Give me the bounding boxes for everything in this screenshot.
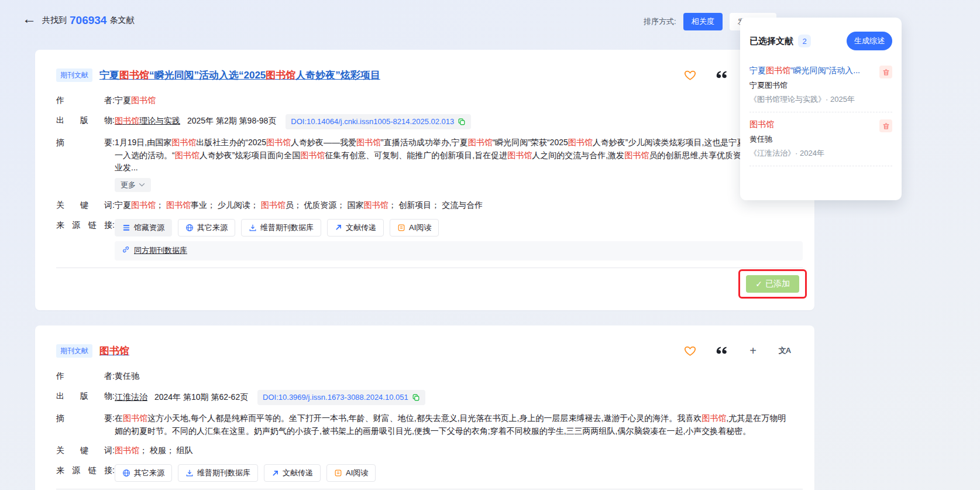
source-links: 馆藏资源 其它来源 维普期刊数据库 文献传递 xyxy=(115,219,793,237)
favorite-button[interactable] xyxy=(681,342,699,359)
selected-doc-source: 《图书馆理论与实践》· 2025年 xyxy=(749,94,875,105)
selected-doc-author: 宁夏图书馆 xyxy=(749,80,875,91)
found-prefix: 共找到 xyxy=(42,15,67,26)
download-icon xyxy=(185,469,194,477)
more-button[interactable]: 更多 xyxy=(115,178,151,192)
sources-field-label: 来源链接: xyxy=(56,464,115,477)
abstract-field-label: 摘要: xyxy=(56,136,115,149)
doc-type-badge: 期刊文献 xyxy=(56,344,92,358)
author-name[interactable]: 宁夏图书馆 xyxy=(115,95,156,105)
source-chip-delivery[interactable]: 文献传递 xyxy=(264,464,321,482)
publication-meta: 2025年 第2期 第98-98页 xyxy=(187,116,277,125)
journal-link[interactable]: 图书馆理论与实践 xyxy=(115,116,180,125)
publication-field-label: 出版物: xyxy=(56,390,115,403)
keywords-list[interactable]: 图书馆； 校服； 组队 xyxy=(115,446,193,455)
found-suffix: 条文献 xyxy=(109,15,134,26)
generate-summary-button[interactable]: 生成综述 xyxy=(847,32,892,50)
translate-icon: 文A xyxy=(779,345,790,356)
source-chip-other[interactable]: 其它来源 xyxy=(115,464,172,482)
selected-doc-title[interactable]: 宁夏图书馆“瞬光同阅”活动入... xyxy=(749,66,875,76)
quote-icon xyxy=(716,70,728,80)
ai-book-icon xyxy=(334,469,342,477)
cite-button[interactable] xyxy=(713,66,730,84)
globe-icon xyxy=(185,224,194,232)
cite-button[interactable] xyxy=(713,342,730,359)
result-card: 期刊文献 宁夏图书馆“瞬光同阅”活动入选“2025图书馆人奇妙夜”炫彩项目 + … xyxy=(35,50,814,310)
favorite-button[interactable] xyxy=(681,66,699,84)
copy-icon xyxy=(458,118,466,126)
doi-chip: DOI:10.3969/j.issn.1673-3088.2024.10.051 xyxy=(257,390,425,405)
article-title-link[interactable]: 宁夏图书馆“瞬光同阅”活动入选“2025图书馆人奇妙夜”炫彩项目 xyxy=(99,68,380,82)
author-field-label: 作者: xyxy=(56,370,115,383)
arrow-up-right-icon xyxy=(335,224,342,231)
source-chip-other[interactable]: 其它来源 xyxy=(178,219,235,237)
trash-icon xyxy=(882,68,890,76)
heart-icon xyxy=(684,345,696,357)
result-list: 期刊文献 宁夏图书馆“瞬光同阅”活动入选“2025图书馆人奇妙夜”炫彩项目 + … xyxy=(35,50,814,490)
added-button[interactable]: ✓ 已添加 xyxy=(746,275,799,293)
globe-icon xyxy=(122,469,130,477)
source-links: 其它来源 维普期刊数据库 文献传递 AI阅读 xyxy=(115,464,793,482)
source-chip-ai-read[interactable]: AI阅读 xyxy=(326,464,376,482)
plus-icon: + xyxy=(749,345,757,357)
download-icon xyxy=(249,224,257,232)
selected-docs-panel: 已选择文献 2 生成综述 宁夏图书馆“瞬光同阅”活动入... 宁夏图书馆 《图书… xyxy=(740,18,902,200)
sources-field-label: 来源链接: xyxy=(56,219,115,232)
source-chip-delivery[interactable]: 文献传递 xyxy=(327,219,384,237)
doi-text: DOI:10.3969/j.issn.1673-3088.2024.10.051 xyxy=(263,392,408,403)
publication-meta: 2024年 第10期 第62-62页 xyxy=(154,392,248,402)
doi-text: DOI:10.14064/j.cnki.issn1005-8214.2025.0… xyxy=(291,116,454,128)
keywords-field-label: 关键词: xyxy=(56,444,115,457)
keywords-list[interactable]: 宁夏图书馆； 图书馆事业； 少儿阅读； 图书馆员； 优质资源； 国家图书馆； 创… xyxy=(115,200,483,210)
copy-doi-button[interactable] xyxy=(458,118,466,126)
arrow-up-right-icon xyxy=(271,470,279,477)
delete-button[interactable] xyxy=(879,119,892,132)
doi-chip: DOI:10.14064/j.cnki.issn1005-8214.2025.0… xyxy=(286,114,471,129)
selected-doc-item: 图书馆 黄任驰 《江淮法治》· 2024年 xyxy=(749,112,892,166)
sort-label: 排序方式: xyxy=(644,16,676,27)
found-count: 706934 xyxy=(70,14,106,27)
selected-doc-item: 宁夏图书馆“瞬光同阅”活动入... 宁夏图书馆 《图书馆理论与实践》· 2025… xyxy=(749,59,892,112)
link-icon xyxy=(122,245,130,258)
author-name[interactable]: 黄任驰 xyxy=(115,371,139,381)
delete-button[interactable] xyxy=(879,66,892,78)
selected-doc-author: 黄任驰 xyxy=(749,134,875,145)
check-icon: ✓ xyxy=(755,279,762,289)
collection-icon xyxy=(122,224,130,232)
trash-icon xyxy=(882,122,890,130)
selected-doc-title[interactable]: 图书馆 xyxy=(749,119,875,130)
extra-source-bar: 同方期刊数据库 xyxy=(115,241,803,261)
chevron-down-icon xyxy=(139,183,145,187)
extra-source-link[interactable]: 同方期刊数据库 xyxy=(134,245,187,256)
card-actions: + 文A xyxy=(681,342,793,359)
source-chip-ai-read[interactable]: AI阅读 xyxy=(390,219,439,237)
doc-type-badge: 期刊文献 xyxy=(56,68,92,82)
abstract-text: 1月19日,由国家图书馆出版社主办的“2025图书馆人奇妙夜——我爱图书馆”直播… xyxy=(115,136,793,174)
source-chip-collection[interactable]: 馆藏资源 xyxy=(115,219,172,237)
abstract-field-label: 摘要: xyxy=(56,412,115,425)
keywords-field-label: 关键词: xyxy=(56,199,115,212)
panel-title: 已选择文献 xyxy=(749,36,793,47)
copy-icon xyxy=(412,393,420,402)
author-field-label: 作者: xyxy=(56,94,115,107)
result-card: 期刊文献 图书馆 + 文A 作者: 黄任驰 出版物: xyxy=(35,325,814,490)
publication-field-label: 出版物: xyxy=(56,114,115,127)
add-to-selection-button[interactable]: + xyxy=(744,342,762,359)
selected-docs-list: 宁夏图书馆“瞬光同阅”活动入... 宁夏图书馆 《图书馆理论与实践》· 2025… xyxy=(749,59,892,166)
article-title-link[interactable]: 图书馆 xyxy=(99,344,129,358)
quote-icon xyxy=(716,346,728,355)
sort-relevance-button[interactable]: 相关度 xyxy=(683,13,723,30)
result-count-summary: 共找到 706934 条文献 xyxy=(42,14,134,27)
journal-link[interactable]: 江淮法治 xyxy=(115,392,147,402)
selected-count-badge: 2 xyxy=(798,35,811,47)
ai-book-icon xyxy=(397,224,405,232)
source-chip-weipu[interactable]: 维普期刊数据库 xyxy=(178,464,258,482)
heart-icon xyxy=(684,69,696,81)
translate-button[interactable]: 文A xyxy=(776,342,793,359)
copy-doi-button[interactable] xyxy=(412,393,420,402)
selected-doc-source: 《江淮法治》· 2024年 xyxy=(749,148,875,159)
abstract-text: 在图书馆这方小天地,每个人都是纯粹而平等的。坐下打开一本书,年龄、财富、地位,都… xyxy=(115,412,793,437)
back-button[interactable]: ← xyxy=(20,9,39,28)
source-chip-weipu[interactable]: 维普期刊数据库 xyxy=(241,219,321,237)
